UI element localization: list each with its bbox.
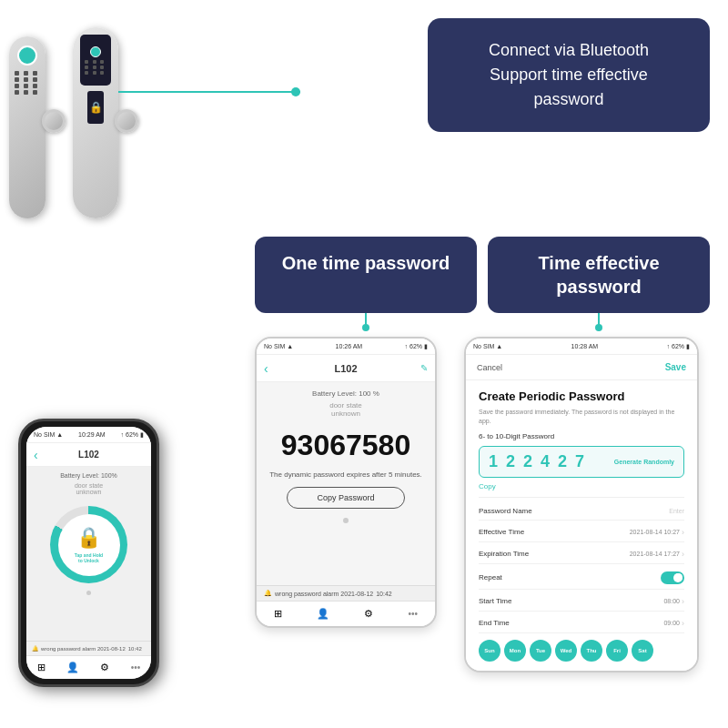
back-arrow-icon[interactable]: ‹ — [34, 448, 38, 462]
save-button[interactable]: Save — [665, 362, 686, 372]
bluetooth-callout-text: Connect via Bluetooth Support time effec… — [453, 38, 684, 112]
right-phone-container: No SIM ▲ 10:28 AM ↑ 62% ▮ Cancel Save Cr… — [464, 337, 710, 672]
fingerprint-sensor — [17, 46, 37, 66]
end-time-row[interactable]: End Time 09:00 › — [479, 614, 684, 633]
mid-phone-nav: ‹ L102 ✎ — [257, 355, 435, 382]
user-nav-icon[interactable]: 👤 — [66, 662, 79, 673]
one-time-password: 93067580 — [264, 429, 428, 462]
start-time-chevron: › — [682, 597, 684, 606]
start-time-row[interactable]: Start Time 08:00 › — [479, 592, 684, 612]
unlock-circle[interactable]: 🔒 Tap and Hold to Unlock — [50, 506, 127, 583]
mid-home-icon[interactable]: ⊞ — [274, 608, 282, 620]
mid-user-icon[interactable]: 👤 — [317, 608, 329, 620]
password-name-input[interactable]: Enter — [669, 508, 684, 514]
mid-back-arrow[interactable]: ‹ — [264, 361, 268, 376]
lock-device-1 — [9, 36, 46, 218]
effective-time-chevron: › — [682, 528, 684, 537]
expiration-time-row[interactable]: Expiration Time 2021-08-14 17:27 › — [479, 545, 684, 564]
label-boxes-row: One time password Time effectivepassword — [255, 237, 710, 313]
tap-hold-text: Tap and Hold to Unlock — [75, 552, 103, 564]
mid-phone-status-bar: No SIM ▲ 10:26 AM ↑ 62% ▮ — [257, 339, 435, 355]
mid-phone-container: No SIM ▲ 10:26 AM ↑ 62% ▮ ‹ L102 ✎ Batte… — [255, 337, 446, 628]
copy-password-button[interactable]: Copy Password — [287, 487, 405, 509]
mid-door-state: door state unknown — [264, 401, 428, 418]
keyhole: 🔒 — [87, 91, 104, 124]
one-time-password-label: One time password — [255, 237, 477, 313]
copy-link[interactable]: Copy — [479, 482, 684, 490]
mid-alarm-bar: 🔔 wrong password alarm 2021-08-12 10:42 — [257, 585, 435, 601]
mid-tools-icon[interactable]: ⚙ — [364, 608, 373, 620]
repeat-toggle[interactable] — [661, 571, 684, 584]
lock-device-2: 🔒 — [73, 27, 118, 218]
password-desc: The dynamic password expires after 5 min… — [264, 470, 428, 480]
right-phone-content: Create Periodic Password Save the passwo… — [466, 380, 697, 671]
day-mon[interactable]: Mon — [504, 640, 526, 662]
door-handle-2 — [115, 109, 138, 133]
password-subtitle: Save the password immediately. The passw… — [479, 408, 684, 426]
mid-phone-bottom-nav: ⊞ 👤 ⚙ ••• — [257, 601, 435, 626]
day-sat[interactable]: Sat — [632, 640, 653, 662]
day-wed[interactable]: Wed — [555, 640, 577, 662]
bluetooth-callout: Connect via Bluetooth Support time effec… — [428, 18, 710, 132]
lock-icon: 🔒 — [76, 526, 101, 550]
bluetooth-connector-line — [118, 91, 300, 93]
battery-level: Battery Level: 100% — [60, 472, 117, 479]
cancel-button[interactable]: Cancel — [477, 363, 502, 372]
door-handle — [42, 109, 66, 133]
alarm-bar: 🔔 wrong password alarm 2021-08-12 10:42 — [26, 641, 151, 655]
password-display-row: 1 2 2 4 2 7 Generate Randomly — [479, 446, 684, 478]
more-nav-icon[interactable]: ••• — [131, 662, 141, 672]
mid-phone-content: Battery Level: 100 % door state unknown … — [257, 382, 435, 585]
day-sun[interactable]: Sun — [479, 640, 500, 662]
generated-password: 1 2 2 4 2 7 — [489, 452, 614, 471]
large-phone-content: Battery Level: 100% door state unknown 🔒… — [26, 467, 151, 641]
time-effective-password-label: Time effectivepassword — [488, 237, 710, 313]
large-phone-nav: ‹ L102 — [26, 443, 151, 467]
keypad — [15, 71, 40, 95]
unlock-circle-inner: 🔒 Tap and Hold to Unlock — [58, 514, 120, 576]
mid-bell-icon: 🔔 — [264, 590, 272, 597]
large-phone-status-bar: No SIM ▲ 10:29 AM ↑ 62% ▮ — [26, 427, 151, 443]
generate-randomly-button[interactable]: Generate Randomly — [614, 459, 674, 465]
day-thu[interactable]: Thu — [581, 640, 602, 662]
day-fri[interactable]: Fri — [606, 640, 628, 662]
right-phone-status-bar: No SIM ▲ 10:28 AM ↑ 62% ▮ — [466, 339, 697, 355]
day-tue[interactable]: Tue — [530, 640, 551, 662]
lock-screen — [80, 35, 111, 86]
mid-edit-icon[interactable]: ✎ — [420, 363, 428, 373]
digit-section-label: 6- to 10-Digit Password — [479, 432, 684, 440]
mid-dot-indicator — [343, 518, 349, 523]
indicator-dot — [86, 591, 91, 595]
home-nav-icon[interactable]: ⊞ — [37, 662, 46, 673]
mid-battery: Battery Level: 100 % — [264, 389, 428, 398]
lock-images-container: 🔒 — [9, 18, 118, 218]
mid-more-icon[interactable]: ••• — [408, 609, 418, 619]
large-phone-bottom-nav: ⊞ 👤 ⚙ ••• — [26, 655, 151, 679]
effective-time-row[interactable]: Effective Time 2021-08-14 10:27 › — [479, 523, 684, 542]
large-phone-container: No SIM ▲ 10:29 AM ↑ 62% ▮ ‹ L102 Battery… — [18, 419, 177, 687]
password-name-row: Password Name Enter — [479, 502, 684, 521]
repeat-row: Repeat — [479, 567, 684, 590]
cancel-save-bar: Cancel Save — [466, 355, 697, 380]
days-row: Sun Mon Tue Wed Thu Fri Sat — [479, 640, 684, 662]
door-state: door state unknown — [75, 482, 103, 495]
create-password-title: Create Periodic Password — [479, 389, 684, 403]
tools-nav-icon[interactable]: ⚙ — [100, 662, 109, 673]
expiration-chevron: › — [682, 550, 684, 559]
bell-icon: 🔔 — [32, 645, 38, 652]
end-time-chevron: › — [682, 619, 684, 628]
